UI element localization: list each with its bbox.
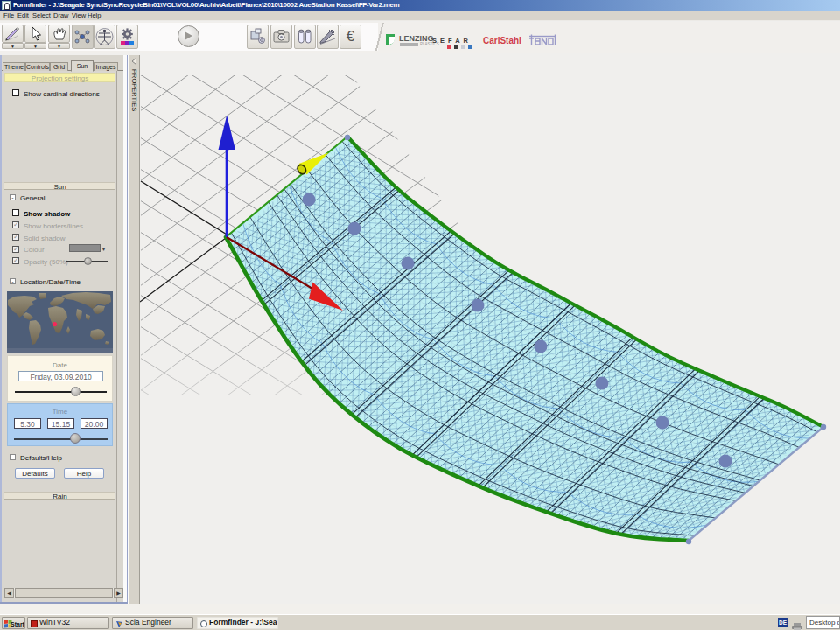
svg-text:PROPERTIES: PROPERTIES [130,69,138,111]
